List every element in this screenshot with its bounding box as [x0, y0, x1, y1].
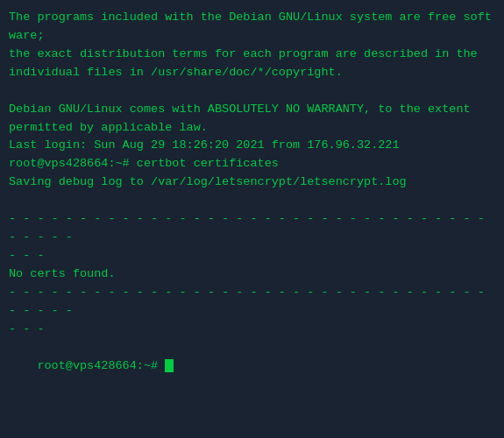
terminal-line: Debian GNU/Linux comes with ABSOLUTELY N…: [9, 101, 495, 119]
terminal-line: permitted by applicable law.: [9, 119, 495, 138]
terminal-cursor: [165, 359, 174, 372]
terminal-line: - - -: [9, 321, 495, 339]
terminal-command: root@vps428664:~# certbot certificates: [9, 155, 495, 173]
terminal-no-certs: No certs found.: [9, 265, 495, 284]
terminal-line: The programs included with the Debian GN…: [9, 9, 495, 46]
terminal-output: Saving debug log to /var/log/letsencrypt…: [9, 173, 495, 192]
terminal-line: - - -: [9, 247, 495, 265]
terminal-line: [9, 82, 495, 101]
terminal-line: Last login: Sun Aug 29 18:26:20 2021 fro…: [9, 137, 495, 155]
terminal-line: individual files in /usr/share/doc/*/cop…: [9, 64, 495, 82]
terminal-prompt: root@vps428664:~#: [37, 359, 165, 372]
terminal-prompt-line[interactable]: root@vps428664:~#: [9, 339, 495, 394]
terminal-divider: - - - - - - - - - - - - - - - - - - - - …: [9, 284, 495, 321]
terminal-window[interactable]: The programs included with the Debian GN…: [0, 0, 504, 438]
terminal-divider: - - - - - - - - - - - - - - - - - - - - …: [9, 210, 495, 247]
terminal-line: [9, 192, 495, 210]
terminal-line: the exact distribution terms for each pr…: [9, 46, 495, 64]
